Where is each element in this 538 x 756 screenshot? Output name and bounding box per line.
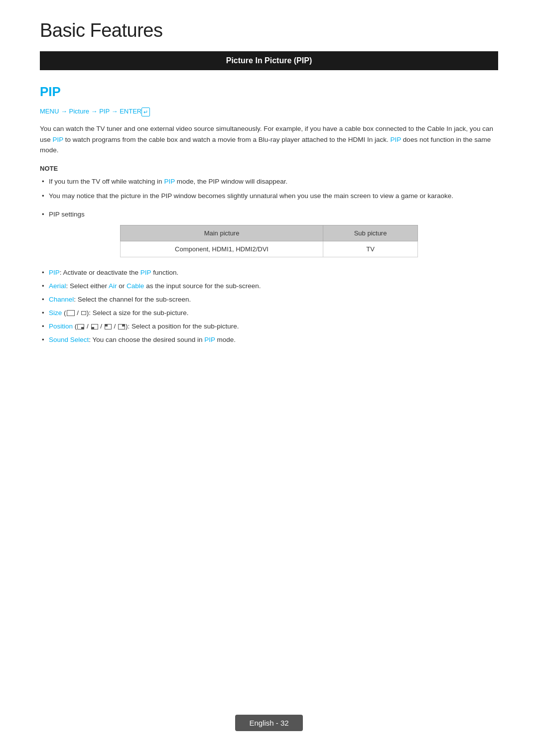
size-large-icon bbox=[67, 310, 75, 316]
feature-size: Size ( / ): Select a size for the sub-pi… bbox=[40, 308, 498, 319]
page-title: Basic Features bbox=[40, 20, 498, 41]
note-label: NOTE bbox=[40, 165, 498, 172]
pip-note-inline: PIP bbox=[164, 178, 175, 185]
table-header-main: Main picture bbox=[121, 225, 323, 241]
footer-badge: English - 32 bbox=[235, 715, 302, 731]
feature-channel: Channel: Select the channel for the sub-… bbox=[40, 294, 498, 306]
pos-icon-br bbox=[77, 324, 84, 329]
enter-icon: ↵ bbox=[141, 108, 150, 116]
feature-aerial: Aerial: Select either Air or Cable as th… bbox=[40, 281, 498, 292]
feature-cable-inline: Cable bbox=[127, 282, 144, 290]
pip-table: Main picture Sub picture Component, HDMI… bbox=[120, 225, 418, 257]
menu-path: MENU → Picture → PIP → ENTER↵ bbox=[40, 108, 498, 116]
menu-path-text: MENU → Picture → PIP → ENTER bbox=[40, 108, 141, 115]
note-item-2: You may notice that the picture in the P… bbox=[40, 191, 498, 202]
feature-position: Position ( / / / ): Select a position fo… bbox=[40, 321, 498, 332]
feature-channel-label: Channel bbox=[49, 296, 74, 303]
feature-aerial-label: Aerial bbox=[49, 282, 66, 290]
table-cell-main: Component, HDMI1, HDMI2/DVI bbox=[121, 241, 323, 257]
pip-inline-1: PIP bbox=[53, 136, 64, 143]
feature-air-inline: Air bbox=[109, 282, 117, 290]
table-cell-sub: TV bbox=[323, 241, 418, 257]
feature-pip-sound-inline: PIP bbox=[204, 336, 215, 343]
feature-position-label: Position bbox=[49, 323, 73, 330]
pos-icon-tr bbox=[118, 324, 125, 329]
feature-size-label: Size bbox=[49, 309, 62, 317]
pip-heading: PIP bbox=[40, 84, 498, 100]
footer: English - 32 bbox=[0, 715, 538, 731]
feature-pip-label: PIP bbox=[49, 269, 60, 276]
note-block: NOTE If you turn the TV off while watchi… bbox=[40, 165, 498, 202]
intro-text: You can watch the TV tuner and one exter… bbox=[40, 123, 498, 156]
pos-icon-bl bbox=[91, 324, 98, 329]
section-header: Picture In Picture (PIP) bbox=[40, 51, 498, 70]
feature-pip-inline: PIP bbox=[140, 269, 151, 276]
size-small-icon bbox=[81, 311, 86, 315]
feature-list: PIP: Activate or deactivate the PIP func… bbox=[40, 267, 498, 346]
feature-sound-label: Sound Select bbox=[49, 336, 89, 343]
feature-sound: Sound Select: You can choose the desired… bbox=[40, 334, 498, 346]
note-list: If you turn the TV off while watching in… bbox=[40, 176, 498, 202]
table-row: Component, HDMI1, HDMI2/DVI TV bbox=[121, 241, 418, 257]
note-item-1: If you turn the TV off while watching in… bbox=[40, 176, 498, 187]
pip-inline-2: PIP bbox=[391, 136, 402, 143]
pos-icon-tl bbox=[105, 324, 112, 329]
pip-settings-label: PIP settings bbox=[40, 211, 498, 218]
feature-pip: PIP: Activate or deactivate the PIP func… bbox=[40, 267, 498, 279]
table-header-sub: Sub picture bbox=[323, 225, 418, 241]
